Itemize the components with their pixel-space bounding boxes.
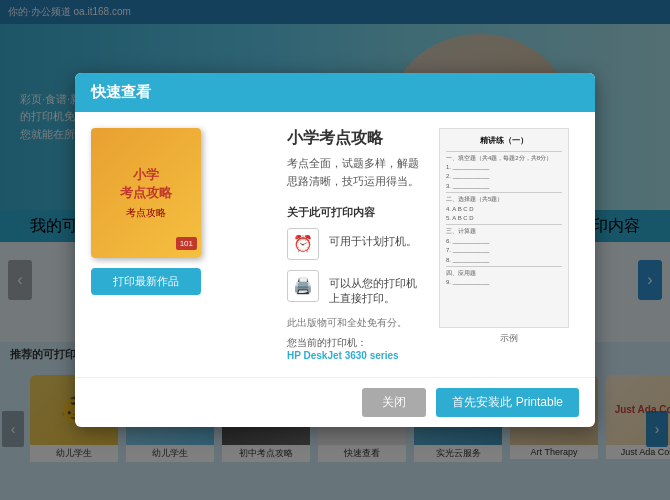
modal: 快速查看 小学 考点攻略 考点攻略 101 打印最新作品 小学考点攻略 考点全面 [75,73,595,426]
modal-overlay: 快速查看 小学 考点攻略 考点攻略 101 打印最新作品 小学考点攻略 考点全面 [0,0,670,500]
book-cover: 小学 考点攻略 考点攻略 101 [91,128,201,258]
feature-text-1: 可用于计划打机。 [329,228,417,249]
print-icon: 🖨️ [287,270,319,302]
modal-description: 考点全面，试题多样，解题思路清晰，技巧运用得当。 [287,155,423,190]
about-note: 此出版物可和全处免有分。 [287,316,423,330]
book-title-main: 小学 考点攻略 [120,166,172,202]
feature-row-2: 🖨️ 可以从您的打印机上直接打印。 [287,270,423,306]
print-button[interactable]: 打印最新作品 [91,268,201,295]
preview-box: 精讲练（一） 一、填空题（共4题，每题2分，共8分） 1. __________… [439,128,569,328]
modal-content-title: 小学考点攻略 [287,128,423,149]
printer-info: 您当前的打印机： HP DeskJet 3630 series [287,336,423,361]
clock-icon: ⏰ [287,228,319,260]
book-subtitle: 考点攻略 [126,206,166,220]
printer-name: HP DeskJet 3630 series [287,350,399,361]
modal-header: 快速查看 [75,73,595,112]
modal-body: 小学 考点攻略 考点攻略 101 打印最新作品 小学考点攻略 考点全面，试题多样… [75,112,595,376]
feature-text-2: 可以从您的打印机上直接打印。 [329,270,423,306]
feature-row-1: ⏰ 可用于计划打机。 [287,228,423,260]
install-button[interactable]: 首先安装此 Printable [436,388,579,417]
modal-left-panel: 小学 考点攻略 考点攻略 101 打印最新作品 [91,128,271,360]
modal-right-panel: 精讲练（一） 一、填空题（共4题，每题2分，共8分） 1. __________… [439,128,579,360]
book-badge: 101 [176,237,197,250]
modal-footer: 关闭 首先安装此 Printable [75,377,595,427]
preview-label: 示例 [439,332,579,345]
modal-center-panel: 小学考点攻略 考点全面，试题多样，解题思路清晰，技巧运用得当。 关于此可打印内容… [287,128,423,360]
about-heading: 关于此可打印内容 [287,205,423,220]
close-button[interactable]: 关闭 [362,388,426,417]
